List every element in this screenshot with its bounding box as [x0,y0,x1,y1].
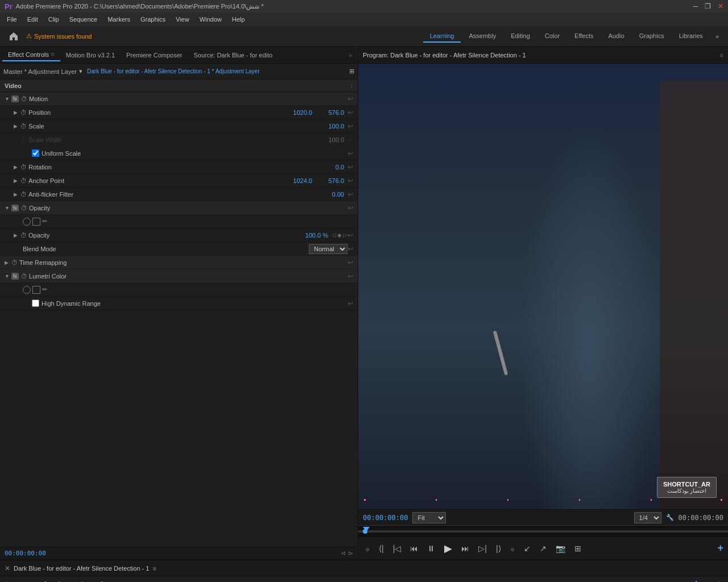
transport-go-to-in[interactable]: ⟨| [377,542,386,555]
ec-video-scroll[interactable]: ↕ [350,82,354,89]
tab-editing[interactable]: Editing [504,30,537,43]
ec-motion-expand[interactable]: ▼ [5,96,11,102]
tab-audio[interactable]: Audio [602,30,631,43]
ec-position-x[interactable]: 1020.0 [284,109,312,116]
transport-mark-in[interactable]: ⬦ [363,542,372,555]
ec-lumetri-circle[interactable] [23,286,31,294]
ec-tr-reset[interactable]: ↩ [348,259,353,267]
ec-pos-reset[interactable]: ↩ [348,109,353,117]
ec-lc-reset[interactable]: ↩ [348,272,353,280]
transport-step-fwd[interactable]: ▷| [476,542,489,555]
ec-anc-stopwatch[interactable]: ⏱ [20,177,27,184]
transport-insert[interactable]: ↙ [522,542,533,555]
tab-color[interactable]: Color [538,30,566,43]
transport-overwrite[interactable]: ↗ [537,542,549,555]
menu-file[interactable]: File [2,15,22,24]
ec-lc-stopwatch[interactable]: ⏱ [21,273,27,280]
menu-view[interactable]: View [171,15,194,24]
track-select-fwd-tool[interactable] [18,580,27,583]
slip-tool[interactable] [64,580,73,583]
ec-af-stopwatch[interactable]: ⏱ [20,191,27,198]
v-fraction-select[interactable]: 1/4 1/2 Full [634,512,661,523]
ec-pos-expand[interactable]: ▶ [14,110,20,115]
transport-add-button[interactable]: + [717,542,723,554]
tab-libraries[interactable]: Libraries [672,30,710,43]
ec-anc-reset[interactable]: ↩ [348,177,353,185]
ec-opacity-square[interactable] [32,218,40,226]
ec-prev-keyframe[interactable]: ◁ [332,232,336,238]
ec-scroll-left[interactable]: ⊲ [341,550,346,557]
pen-tool[interactable] [75,580,84,583]
workspace-more[interactable]: » [711,31,723,42]
marker-tool[interactable] [714,580,723,583]
ec-opacity-expand[interactable]: ▼ [5,205,11,211]
hand-tool[interactable] [86,580,96,583]
transport-go-to-out[interactable]: |⟩ [494,542,503,555]
ec-ov-expand[interactable]: ▶ [14,232,20,238]
v-timecode-right[interactable]: 00:00:00:00 [679,514,723,522]
ec-scale-stopwatch[interactable]: ⏱ [20,123,27,130]
ec-anchor-y[interactable]: 576.0 [316,177,344,184]
transport-mark-out[interactable]: ⬦ [508,542,517,555]
ec-motion-reset[interactable]: ↩ [348,95,353,103]
v-fit-select[interactable]: Fit 100% 50% 25% [412,512,446,523]
master-dropdown-arrow[interactable]: ▾ [79,68,82,75]
transport-settings[interactable]: ⊞ [572,542,584,555]
ec-rot-expand[interactable]: ▶ [14,164,20,170]
v-wrench-icon[interactable]: 🔧 [666,514,674,521]
timeline-close[interactable]: ✕ [5,564,10,572]
ec-motion-stopwatch[interactable]: ⏱ [21,95,27,102]
ec-af-value[interactable]: 0.00 [316,191,344,198]
v-timecode-left[interactable]: 00:00:00:00 [363,514,408,522]
track-select-back-tool[interactable] [30,580,39,583]
ec-rot-stopwatch[interactable]: ⏱ [20,164,27,171]
transport-step-back[interactable]: |◁ [391,542,404,555]
ec-opacity-pen[interactable]: ✏ [42,218,47,225]
ec-lumetri-square[interactable] [32,286,40,294]
ec-ov-stopwatch[interactable]: ⏱ [20,232,27,239]
menu-edit[interactable]: Edit [23,15,43,24]
ec-opacity-stopwatch[interactable]: ⏱ [21,205,27,211]
ec-position-y[interactable]: 576.0 [316,109,344,116]
ec-ov-reset[interactable]: ↩ [348,231,353,239]
minimize-button[interactable]: ─ [693,2,698,10]
tab-source[interactable]: Source: Dark Blue - for editor... [188,49,273,61]
ec-add-keyframe[interactable]: ◆ [337,232,342,238]
ec-af-expand[interactable]: ▶ [14,192,20,197]
panel-scroll-right[interactable]: ⊞ [349,68,354,75]
ec-bm-reset[interactable]: ↩ [348,245,353,253]
panel-tabs-more[interactable]: » [345,52,355,59]
ec-hdr-checkbox[interactable] [32,300,39,307]
ec-rot-reset[interactable]: ↩ [348,163,353,171]
selection-tool[interactable] [5,580,14,583]
snap-tool[interactable] [692,580,701,583]
ec-rotation-value[interactable]: 0.0 [316,164,344,171]
ec-lc-expand[interactable]: ▼ [5,273,11,279]
tab-effect-controls[interactable]: Effect Controls ≡ [2,49,60,61]
ec-anc-expand[interactable]: ▶ [14,178,20,184]
tab-effects[interactable]: Effects [568,30,600,43]
ec-tr-expand[interactable]: ▶ [5,260,11,265]
ec-blend-select[interactable]: Normal Multiply Screen [309,244,348,254]
razor-tool[interactable] [52,580,61,583]
transport-prev-frame[interactable]: ⏮ [408,542,420,555]
ec-timecode-value[interactable]: 00:00:00:00 [5,550,46,557]
timeline-menu[interactable]: ≡ [152,565,156,572]
tab-graphics[interactable]: Graphics [632,30,671,43]
transport-pause[interactable]: ⏸ [425,542,437,555]
system-warning[interactable]: ⚠ System issues found [26,32,92,40]
ec-scale-value[interactable]: 100.0 [316,123,344,130]
ec-anchor-x[interactable]: 1024.0 [284,177,312,184]
tab-premiere-composer[interactable]: Premiere Composer [121,49,188,61]
menu-graphics[interactable]: Graphics [136,15,170,24]
ec-scale-expand[interactable]: ▶ [14,123,20,129]
tab-assembly[interactable]: Assembly [462,30,503,43]
ec-scroll-right[interactable]: ⊳ [348,550,353,557]
zoom-tool[interactable] [98,580,107,583]
ec-hdr-reset[interactable]: ↩ [348,300,353,307]
close-button[interactable]: ✕ [718,2,723,10]
maximize-button[interactable]: ❐ [705,2,711,10]
ec-scale-reset[interactable]: ↩ [348,122,353,130]
video-scrubber[interactable] [358,525,728,537]
transport-export[interactable]: 📷 [553,542,568,555]
